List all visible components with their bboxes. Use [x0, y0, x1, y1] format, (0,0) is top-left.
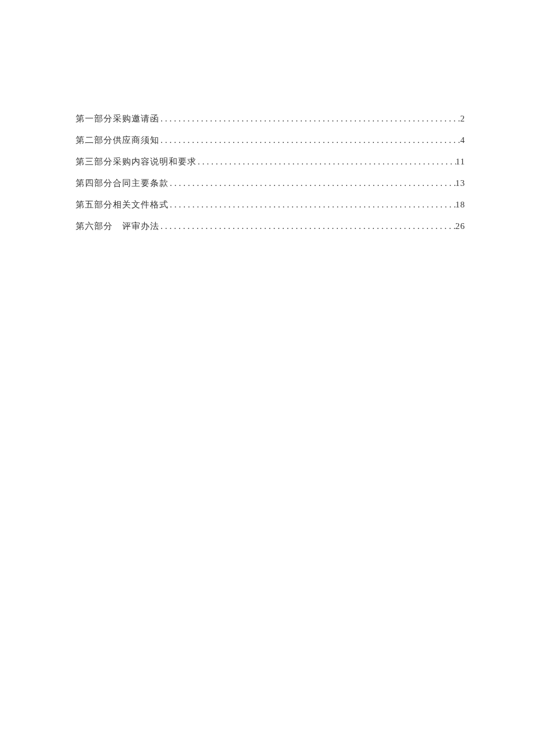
toc-entry: 第六部分 评审办法 26 [76, 221, 465, 232]
page-container: 第一部分采购邀请函 2 第二部分供应商须知 4 第三部分采购内容说明和要求 11… [0, 0, 535, 232]
toc-leader [197, 157, 456, 167]
toc-page-number: 18 [455, 200, 465, 210]
toc-page-number: 11 [456, 157, 465, 167]
toc-page-number: 2 [461, 114, 466, 124]
toc-leader [159, 114, 461, 124]
toc-leader [169, 200, 455, 210]
toc-leader [159, 135, 461, 145]
toc-leader [169, 178, 455, 188]
toc-label: 第三部分采购内容说明和要求 [76, 156, 197, 167]
toc-entry: 第一部分采购邀请函 2 [76, 113, 465, 124]
toc-entry: 第四部分合同主要条款 13 [76, 178, 465, 189]
toc-label: 第六部分 评审办法 [76, 221, 159, 232]
toc-page-number: 26 [455, 221, 465, 231]
toc-entry: 第二部分供应商须知 4 [76, 135, 465, 146]
toc-leader [159, 221, 455, 231]
toc-entry: 第五部分相关文件格式 18 [76, 199, 465, 210]
toc-label: 第四部分合同主要条款 [76, 178, 169, 189]
table-of-contents: 第一部分采购邀请函 2 第二部分供应商须知 4 第三部分采购内容说明和要求 11… [76, 113, 465, 232]
toc-entry: 第三部分采购内容说明和要求 11 [76, 156, 465, 167]
toc-label: 第一部分采购邀请函 [76, 113, 159, 124]
toc-label: 第五部分相关文件格式 [76, 199, 169, 210]
toc-page-number: 4 [461, 135, 466, 145]
toc-label: 第二部分供应商须知 [76, 135, 159, 146]
toc-page-number: 13 [455, 178, 465, 188]
